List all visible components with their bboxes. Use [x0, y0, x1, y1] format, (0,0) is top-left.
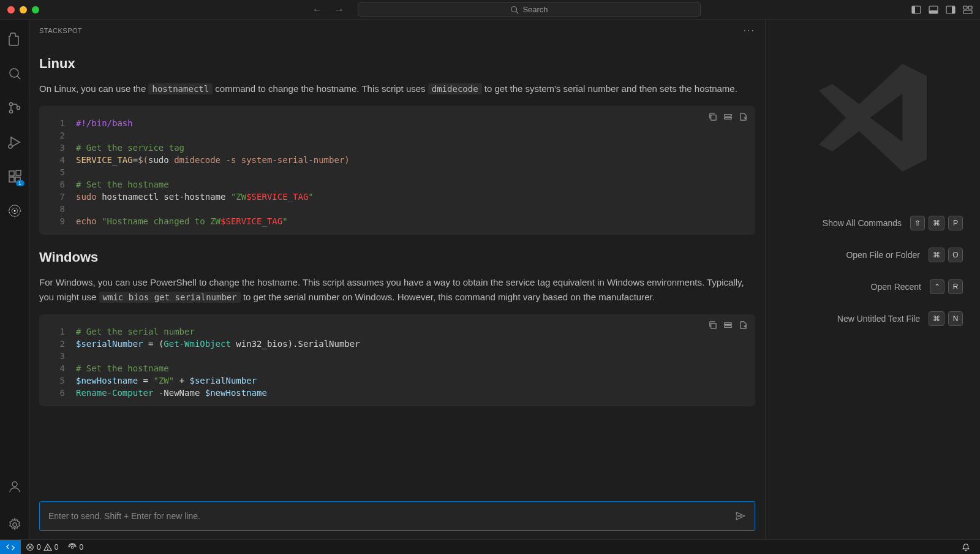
welcome-row[interactable]: New Untitled Text File ⌘N — [783, 311, 963, 326]
nav-arrows: ← → — [309, 3, 348, 17]
main-area: 1 STACKSPOT ··· Linux On Linux, you can … — [0, 20, 980, 539]
svg-rect-5 — [929, 10, 938, 13]
svg-rect-8 — [963, 6, 967, 9]
insert-code-icon[interactable] — [723, 321, 733, 330]
inline-code-dmidecode: dmidecode — [428, 83, 482, 94]
svg-rect-32 — [725, 325, 731, 327]
explorer-icon[interactable] — [0, 25, 29, 54]
svg-point-17 — [9, 145, 12, 148]
nav-forward-button[interactable]: → — [331, 3, 348, 17]
chat-input[interactable] — [39, 501, 755, 531]
panel-more-icon[interactable]: ··· — [744, 25, 755, 36]
search-activity-icon[interactable] — [0, 59, 29, 88]
source-control-icon[interactable] — [0, 93, 29, 123]
svg-point-11 — [10, 69, 18, 77]
send-icon[interactable] — [735, 510, 746, 522]
svg-rect-7 — [952, 6, 955, 13]
codeblock-actions — [708, 321, 748, 330]
inline-code-hostnamectl: hostnamectl — [148, 83, 213, 94]
search-placeholder: Search — [522, 5, 548, 14]
key: ⌘ — [929, 216, 944, 230]
new-file-code-icon[interactable] — [739, 321, 748, 330]
toggle-panel-icon[interactable] — [929, 5, 938, 15]
toggle-primary-sidebar-icon[interactable] — [911, 5, 921, 15]
welcome-label: Open File or Folder — [783, 249, 929, 260]
welcome-label: New Untitled Text File — [783, 313, 929, 324]
welcome-label: Show All Commands — [783, 218, 910, 229]
search-icon — [510, 6, 519, 14]
stackspot-icon[interactable] — [0, 196, 29, 226]
command-center-search[interactable]: Search — [358, 2, 701, 17]
nav-back-button[interactable]: ← — [309, 3, 326, 17]
svg-point-38 — [72, 546, 74, 548]
windows-heading: Windows — [39, 249, 755, 265]
copy-code-icon[interactable] — [708, 112, 717, 121]
svg-point-14 — [9, 110, 12, 113]
settings-gear-icon[interactable] — [0, 510, 29, 539]
activity-bar: 1 — [0, 20, 29, 539]
svg-rect-27 — [711, 115, 716, 120]
inline-code-wmic: wmic bios get serialnumber — [99, 292, 241, 303]
key: P — [948, 216, 963, 230]
linux-codeblock: 1#!/bin/bash2 3# Get the service tag4SER… — [39, 106, 755, 235]
errors-count: 0 — [37, 543, 41, 552]
svg-point-0 — [511, 6, 517, 12]
titlebar: ← → Search — [0, 0, 980, 20]
linux-heading: Linux — [39, 56, 755, 72]
svg-rect-28 — [725, 115, 731, 116]
svg-rect-10 — [963, 10, 972, 13]
svg-point-26 — [13, 523, 17, 526]
windows-desc: For Windows, you can use PowerShell to c… — [39, 275, 755, 305]
remote-indicator[interactable] — [0, 540, 21, 554]
panel-title: STACKSPOT — [39, 27, 82, 34]
extensions-badge: 1 — [16, 180, 24, 186]
linux-desc: On Linux, you can use the hostnamectl co… — [39, 82, 755, 96]
svg-rect-19 — [9, 177, 14, 182]
extensions-icon[interactable]: 1 — [0, 162, 29, 191]
new-file-code-icon[interactable] — [739, 112, 748, 121]
copy-code-icon[interactable] — [708, 321, 717, 330]
welcome-keys: ⇧⌘P — [910, 216, 963, 230]
key: ⌘ — [929, 248, 944, 262]
welcome-row[interactable]: Open Recent ⌃R — [783, 279, 963, 294]
chat-input-wrap — [29, 495, 765, 539]
key: O — [948, 248, 963, 262]
toggle-secondary-sidebar-icon[interactable] — [946, 5, 956, 15]
key: R — [948, 279, 963, 294]
maximize-window-button[interactable] — [32, 6, 39, 13]
panel-header: STACKSPOT ··· — [29, 20, 765, 41]
key: ⌃ — [930, 279, 944, 294]
svg-rect-29 — [725, 117, 731, 119]
welcome-row[interactable]: Show All Commands ⇧⌘P — [783, 216, 963, 230]
status-bar: 0 0 0 — [0, 539, 980, 554]
chat-text-input[interactable] — [48, 511, 735, 521]
chat-body[interactable]: Linux On Linux, you can use the hostname… — [29, 41, 765, 495]
linux-code-content: 1#!/bin/bash2 3# Get the service tag4SER… — [39, 113, 755, 227]
svg-point-25 — [12, 482, 17, 487]
vscode-watermark-icon — [805, 50, 940, 185]
svg-rect-21 — [16, 170, 21, 175]
welcome-shortcuts-list: Show All Commands ⇧⌘P Open File or Folde… — [783, 216, 963, 343]
insert-code-icon[interactable] — [723, 112, 733, 121]
windows-code-content: 1# Get the serial number2$serialNumber =… — [39, 322, 755, 399]
customize-layout-icon[interactable] — [963, 5, 973, 15]
notifications-bell-icon[interactable] — [957, 543, 975, 552]
window-controls — [7, 6, 39, 13]
run-debug-icon[interactable] — [0, 127, 29, 157]
welcome-row[interactable]: Open File or Folder ⌘O — [783, 248, 963, 262]
chat-panel: STACKSPOT ··· Linux On Linux, you can us… — [29, 20, 766, 539]
svg-point-15 — [17, 107, 20, 110]
welcome-pane: Show All Commands ⇧⌘P Open File or Folde… — [766, 20, 980, 539]
problems-status[interactable]: 0 0 — [21, 543, 63, 552]
minimize-window-button[interactable] — [20, 6, 27, 13]
warnings-count: 0 — [55, 543, 59, 552]
close-window-button[interactable] — [7, 6, 15, 13]
svg-rect-31 — [725, 323, 731, 325]
titlebar-right — [911, 5, 973, 15]
accounts-icon[interactable] — [0, 472, 29, 501]
content-wrap: STACKSPOT ··· Linux On Linux, you can us… — [29, 20, 980, 539]
svg-point-13 — [9, 103, 12, 106]
key: N — [948, 311, 963, 326]
svg-point-24 — [13, 210, 15, 212]
ports-status[interactable]: 0 — [63, 543, 88, 552]
